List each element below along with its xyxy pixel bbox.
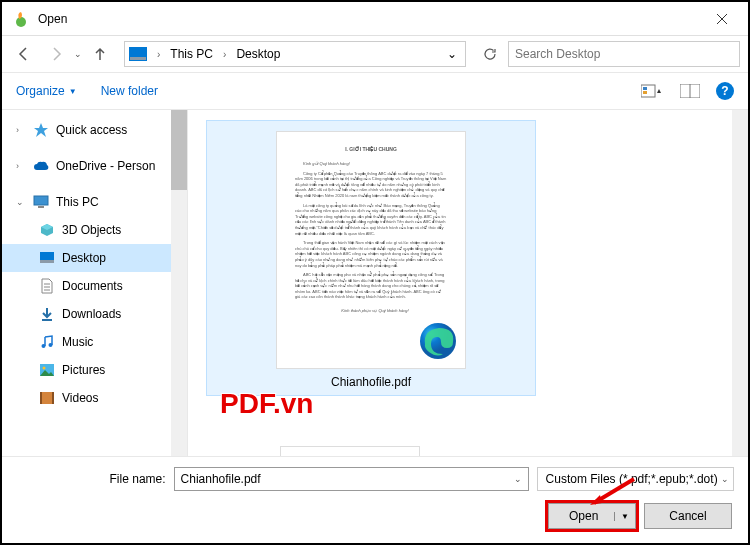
close-button[interactable] [700, 4, 744, 34]
chevron-right-icon: › [16, 125, 26, 135]
app-icon [12, 10, 30, 28]
file-item[interactable]: I. GIỚI THIỆU CHUNG Kính gửi Quý khách h… [206, 120, 536, 396]
sidebar-item-pictures[interactable]: Pictures [2, 356, 187, 384]
watermark: PDF.vn [220, 388, 313, 420]
sidebar-item-label: Music [62, 335, 93, 349]
file-thumbnail: I. GIỚI THIỆU CHUNG Kính gửi Quý khách h… [276, 131, 466, 369]
sidebar-item-quick-access[interactable]: › Quick access [2, 116, 187, 144]
star-icon [32, 121, 50, 139]
up-button[interactable] [86, 40, 114, 68]
cancel-button[interactable]: Cancel [644, 503, 732, 529]
svg-rect-6 [34, 196, 48, 205]
preview-pane-button[interactable] [678, 81, 702, 101]
picture-icon [38, 361, 56, 379]
sidebar-item-documents[interactable]: Documents [2, 272, 187, 300]
cloud-icon [32, 157, 50, 175]
svg-rect-9 [40, 260, 54, 263]
svg-point-17 [43, 367, 46, 370]
sidebar-item-videos[interactable]: Videos [2, 384, 187, 412]
svg-point-15 [49, 343, 53, 347]
svg-rect-19 [40, 392, 42, 404]
monitor-icon [129, 47, 147, 61]
sidebar-item-3d-objects[interactable]: 3D Objects [2, 216, 187, 244]
filter-label: Custom Files (*.pdf;*.epub;*.dot) [546, 472, 718, 486]
combo-dropdown-icon[interactable]: ⌄ [721, 474, 729, 484]
svg-rect-18 [40, 392, 54, 404]
sidebar-item-label: Quick access [56, 123, 127, 137]
svg-rect-2 [643, 87, 647, 90]
filename-label: File name: [16, 472, 166, 486]
back-button[interactable] [10, 40, 38, 68]
chevron-down-icon: ⌄ [16, 197, 26, 207]
video-icon [38, 389, 56, 407]
open-split-dropdown[interactable]: ▼ [614, 512, 629, 521]
filename-input[interactable]: Chianhofile.pdf ⌄ [174, 467, 529, 491]
forward-button[interactable] [42, 40, 70, 68]
sidebar-item-label: OneDrive - Person [56, 159, 155, 173]
view-mode-button[interactable] [640, 81, 664, 101]
chevron-right-icon: › [153, 49, 164, 60]
refresh-button[interactable] [476, 40, 504, 68]
svg-point-0 [16, 17, 26, 27]
cube-icon [38, 221, 56, 239]
help-button[interactable]: ? [716, 82, 734, 100]
sidebar-item-label: 3D Objects [62, 223, 121, 237]
filename-value: Chianhofile.pdf [181, 472, 261, 486]
window-title: Open [38, 12, 700, 26]
history-dropdown[interactable]: ⌄ [74, 49, 82, 59]
sidebar-scrollbar-thumb[interactable] [171, 110, 187, 190]
breadcrumb-dropdown[interactable]: ⌄ [443, 47, 461, 61]
edge-icon [417, 320, 459, 362]
sidebar-item-label: Documents [62, 279, 123, 293]
combo-dropdown-icon[interactable]: ⌄ [514, 474, 522, 484]
music-icon [38, 333, 56, 351]
sidebar-item-label: Videos [62, 391, 98, 405]
svg-point-14 [42, 344, 46, 348]
file-type-filter[interactable]: Custom Files (*.pdf;*.epub;*.dot) ⌄ [537, 467, 734, 491]
desktop-icon [38, 249, 56, 267]
organize-menu[interactable]: Organize ▼ [16, 84, 77, 98]
content-scrollbar[interactable] [732, 110, 748, 456]
file-list[interactable]: I. GIỚI THIỆU CHUNG Kính gửi Quý khách h… [188, 110, 748, 456]
navigation-pane: › Quick access › OneDrive - Person ⌄ Thi… [2, 110, 188, 456]
svg-rect-20 [52, 392, 54, 404]
svg-rect-7 [38, 206, 44, 208]
download-icon [38, 305, 56, 323]
file-name-label: Chianhofile.pdf [207, 375, 535, 389]
breadcrumb-desktop[interactable]: Desktop [232, 47, 284, 61]
breadcrumb[interactable]: › This PC › Desktop ⌄ [124, 41, 466, 67]
sidebar-item-downloads[interactable]: Downloads [2, 300, 187, 328]
monitor-icon [32, 193, 50, 211]
chevron-right-icon: › [16, 161, 26, 171]
sidebar-item-this-pc[interactable]: ⌄ This PC [2, 188, 187, 216]
sidebar-item-desktop[interactable]: Desktop [2, 244, 187, 272]
new-folder-button[interactable]: New folder [101, 84, 158, 98]
search-input[interactable] [508, 41, 740, 67]
document-icon [38, 277, 56, 295]
sidebar-item-label: This PC [56, 195, 99, 209]
organize-label: Organize [16, 84, 65, 98]
sidebar-item-onedrive[interactable]: › OneDrive - Person [2, 152, 187, 180]
open-label: Open [569, 509, 598, 523]
sidebar-item-label: Pictures [62, 363, 105, 377]
svg-rect-3 [643, 91, 647, 94]
sidebar-item-label: Desktop [62, 251, 106, 265]
sidebar-item-label: Downloads [62, 307, 121, 321]
open-button[interactable]: Open ▼ [548, 503, 636, 529]
chevron-right-icon: › [219, 49, 230, 60]
breadcrumb-this-pc[interactable]: This PC [166, 47, 217, 61]
sidebar-item-music[interactable]: Music [2, 328, 187, 356]
